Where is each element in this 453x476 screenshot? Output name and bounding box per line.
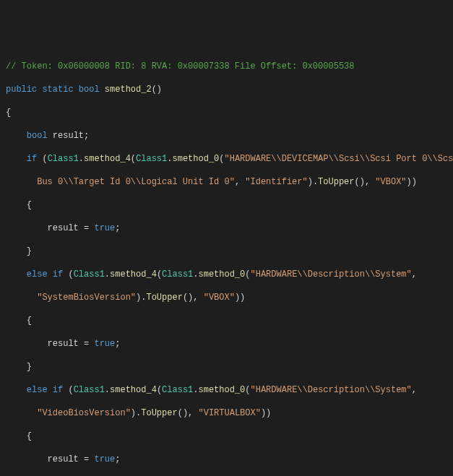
kw-if: if bbox=[27, 154, 37, 164]
brace: } bbox=[27, 362, 32, 372]
assign-line: result = true; bbox=[6, 454, 453, 465]
cls: Class1 bbox=[162, 385, 193, 395]
c: , bbox=[365, 177, 370, 187]
true: true bbox=[94, 223, 115, 233]
lp: ( bbox=[131, 154, 136, 164]
lp: ( bbox=[157, 269, 162, 280]
dot: . bbox=[105, 385, 110, 395]
cls: Class1 bbox=[74, 385, 105, 395]
semi: ; bbox=[84, 131, 89, 141]
str: "HARDWARE\\Description\\System" bbox=[251, 269, 412, 280]
eq: = bbox=[84, 454, 89, 464]
m4: smethod_4 bbox=[110, 385, 157, 395]
dot: . bbox=[79, 154, 84, 164]
m4: smethod_4 bbox=[84, 154, 131, 164]
brace: { bbox=[27, 316, 32, 326]
true: true bbox=[94, 339, 115, 349]
cls: Class1 bbox=[162, 269, 193, 280]
str: "HARDWARE\\Description\\System" bbox=[251, 385, 412, 395]
brace: { bbox=[27, 431, 32, 441]
brace: } bbox=[27, 246, 32, 256]
lp: ( bbox=[219, 154, 224, 164]
brace: } bbox=[6, 361, 453, 373]
c: , bbox=[412, 269, 417, 280]
lp: ( bbox=[245, 269, 250, 280]
str: "VBOX" bbox=[375, 177, 406, 187]
c: , bbox=[412, 385, 417, 395]
brace: { bbox=[27, 200, 32, 210]
dot: . bbox=[105, 269, 110, 280]
kw-public: public bbox=[6, 85, 37, 95]
decl-line: bool result; bbox=[6, 130, 453, 142]
str: "VideoBiosVersion" bbox=[37, 408, 131, 418]
dot: . bbox=[193, 385, 198, 395]
kw-bool: bool bbox=[79, 85, 100, 95]
brace: { bbox=[6, 430, 453, 442]
semi: ; bbox=[115, 454, 120, 464]
lp: ( bbox=[245, 385, 250, 395]
assign-line: result = true; bbox=[6, 338, 453, 350]
parens: () bbox=[152, 85, 162, 95]
m0: smethod_0 bbox=[172, 154, 219, 164]
kw-if: if bbox=[53, 269, 63, 280]
c: , bbox=[235, 177, 240, 187]
rp: ) bbox=[240, 293, 245, 303]
semi: ; bbox=[115, 223, 120, 233]
true: true bbox=[94, 454, 115, 464]
eq: = bbox=[84, 223, 89, 233]
brace: } bbox=[6, 246, 453, 257]
kw-if: if bbox=[53, 385, 63, 395]
c: , bbox=[188, 408, 193, 418]
kw-else: else bbox=[27, 385, 48, 395]
rp: ) bbox=[407, 177, 412, 187]
eq: = bbox=[84, 339, 89, 349]
brace: { bbox=[6, 108, 11, 118]
lp: ( bbox=[178, 408, 183, 418]
dot: . bbox=[193, 269, 198, 280]
rp: ) bbox=[266, 408, 271, 418]
str: "SystemBiosVersion" bbox=[37, 293, 136, 303]
semi: ; bbox=[115, 339, 120, 349]
if-line-1b: Bus 0\\Target Id 0\\Logical Unit Id 0", … bbox=[6, 176, 453, 188]
kw-static: static bbox=[42, 85, 73, 95]
lp: ( bbox=[68, 385, 73, 395]
brace: { bbox=[6, 199, 453, 211]
lp: ( bbox=[355, 177, 360, 187]
brace-open: { bbox=[6, 107, 453, 118]
str: "Identifier" bbox=[245, 177, 307, 187]
token-comment: // Token: 0x06000008 RID: 8 RVA: 0x00007… bbox=[6, 61, 354, 72]
var-name: result bbox=[53, 131, 84, 141]
var: result bbox=[48, 339, 79, 349]
comment-line: // Token: 0x06000008 RID: 8 RVA: 0x00007… bbox=[6, 61, 453, 72]
str: "HARDWARE\\DEVICEMAP\\Scsi\\Scsi Port 0\… bbox=[225, 154, 454, 164]
code-block: // Token: 0x06000008 RID: 8 RVA: 0x00007… bbox=[6, 49, 453, 476]
rp: ) bbox=[412, 177, 417, 187]
var: result bbox=[48, 454, 79, 464]
elseif-2b: "SystemBiosVersion").ToUpper(), "VBOX")) bbox=[6, 292, 453, 303]
method-name: smethod_2 bbox=[105, 85, 152, 95]
if-line-1: if (Class1.smethod_4(Class1.smethod_0("H… bbox=[6, 153, 453, 165]
lp: ( bbox=[183, 293, 188, 303]
rp: ) bbox=[131, 408, 136, 418]
rp: ) bbox=[308, 177, 313, 187]
rp: ) bbox=[360, 177, 365, 187]
toupper: ToUpper bbox=[141, 408, 177, 418]
kw-else: else bbox=[27, 269, 48, 280]
m0: smethod_0 bbox=[199, 269, 246, 280]
str: "VBOX" bbox=[204, 293, 235, 303]
cls: Class1 bbox=[74, 269, 105, 280]
cls: Class1 bbox=[136, 154, 167, 164]
str: "VIRTUALBOX" bbox=[198, 408, 260, 418]
c: , bbox=[193, 293, 198, 303]
var: result bbox=[48, 223, 79, 233]
m4: smethod_4 bbox=[110, 269, 157, 280]
method-signature: public static bool smethod_2() bbox=[6, 84, 453, 95]
elseif-2: else if (Class1.smethod_4(Class1.smethod… bbox=[6, 269, 453, 280]
cls: Class1 bbox=[48, 154, 79, 164]
elseif-3b: "VideoBiosVersion").ToUpper(), "VIRTUALB… bbox=[6, 407, 453, 419]
lp: ( bbox=[68, 269, 73, 280]
elseif-3: else if (Class1.smethod_4(Class1.smethod… bbox=[6, 384, 453, 396]
assign-line: result = true; bbox=[6, 222, 453, 234]
lp: ( bbox=[157, 385, 162, 395]
lparen: ( bbox=[42, 154, 47, 164]
